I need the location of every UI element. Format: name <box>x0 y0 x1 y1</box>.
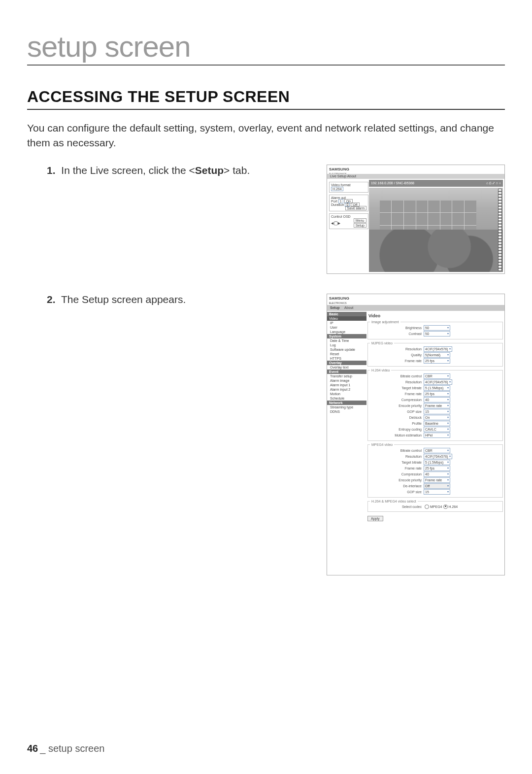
sidebar-header-event: Event <box>327 370 366 374</box>
h264-bitrate-control-select[interactable]: CBR <box>424 373 450 379</box>
mpeg4-target-bitrate-select[interactable]: 5 (1.5Mbps) <box>424 460 450 465</box>
sidebar-item-language[interactable]: Language <box>327 330 366 334</box>
mjpeg-framerate-select[interactable]: 25 fps <box>424 358 450 364</box>
h264-resolution-select[interactable]: 4CIF(704x576) <box>424 379 452 385</box>
setup-button[interactable]: Setup <box>354 223 366 228</box>
brand-logo: SAMSUNG ELECTRONICS <box>329 296 349 305</box>
h264-framerate-label: Frame rate <box>370 392 424 396</box>
video-scale-icon <box>498 189 502 271</box>
tab-about[interactable]: About <box>344 306 353 309</box>
duration-label: Duration <box>331 203 344 206</box>
sidebar-item-video[interactable]: Video <box>327 316 366 321</box>
step-2-body: The Setup screen appears. <box>61 294 186 305</box>
sidebar-item-datetime[interactable]: Date & Time <box>327 338 366 343</box>
footer-sep: _ <box>40 743 45 754</box>
codec-select-group: H.264 & MPEG4 video select Select codec … <box>367 500 503 512</box>
sidebar-item-schedule[interactable]: Schedule <box>327 396 366 401</box>
h264-encode-priority-select[interactable]: Frame rate <box>424 403 450 408</box>
mpeg4-framerate-select[interactable]: 25 fps <box>424 466 450 471</box>
titlebar-icons[interactable]: ⌂ ⎙ ⤢ ⟳ ⇧ <box>486 180 501 187</box>
tab-setup[interactable]: Setup <box>330 306 339 309</box>
live-screenshot: SAMSUNG ELECTRONICS Live Setup About Vid… <box>327 165 505 274</box>
h264-legend: H.264 video <box>370 369 391 372</box>
mpeg4-encode-priority-select[interactable]: Frame rate <box>424 477 450 483</box>
sidebar-item-alarm-input-1[interactable]: Alarm input 1 <box>327 383 366 387</box>
sidebar-item-software-update[interactable]: Software update <box>327 347 366 352</box>
h264-gop-label: GOP size <box>370 410 424 413</box>
sidebar-item-transfer-setup[interactable]: Transfer setup <box>327 374 366 378</box>
sidebar-item-motion[interactable]: Motion <box>327 392 366 396</box>
sidebar-item-alarm-input-2[interactable]: Alarm input 2 <box>327 387 366 392</box>
mpeg4-resolution-select[interactable]: 4CIF(704x576) <box>424 454 452 459</box>
page-footer: 46_ setup screen <box>27 743 104 754</box>
brightness-label: Brightness <box>370 326 424 330</box>
mpeg4-deinterlace-select[interactable]: Off <box>424 483 450 489</box>
codec-opt-h264: H.264 <box>449 505 458 508</box>
mpeg4-legend: MPEG4 video <box>370 443 394 446</box>
ptz-dpad-icon[interactable]: ◂▢▸ <box>331 220 340 226</box>
h264-compression-select[interactable]: 40 <box>424 397 450 403</box>
footer-label: setup screen <box>48 743 105 754</box>
h264-compression-label: Compression <box>370 398 424 402</box>
step-2-text: 2. The Setup screen appears. <box>27 294 317 305</box>
brightness-select[interactable]: 50 <box>424 325 450 331</box>
video-format-label: Video format <box>331 183 366 187</box>
sidebar-item-reset[interactable]: Reset <box>327 352 366 356</box>
h264-target-bitrate-select[interactable]: 5 (1.5Mbps) <box>424 385 450 391</box>
video-format-select[interactable]: H.264 <box>331 187 343 191</box>
control-osd-label: Control OSD <box>331 215 366 218</box>
h264-framerate-select[interactable]: 25 fps <box>424 391 450 397</box>
h264-bitrate-control-label: Bitrate control <box>370 374 424 378</box>
h264-motion-est-select[interactable]: HPel <box>424 433 450 438</box>
h264-deblock-select[interactable]: On <box>424 415 450 420</box>
h264-motion-est-label: Motion estimation <box>370 434 424 437</box>
mpeg4-bitrate-control-select[interactable]: CBR <box>424 448 450 453</box>
mpeg4-target-bitrate-label: Target bitrate <box>370 461 424 464</box>
mjpeg-framerate-label: Frame rate <box>370 359 424 363</box>
h264-group: H.264 video Bitrate controlCBR Resolutio… <box>367 369 503 441</box>
sidebar-item-https[interactable]: HTTPS <box>327 356 366 361</box>
panel-title: Video <box>367 312 503 320</box>
mpeg4-group: MPEG4 video Bitrate controlCBR Resolutio… <box>367 443 503 498</box>
mjpeg-group: MJPEG video Resolution4CIF(704x576) Qual… <box>367 341 503 367</box>
mpeg4-compression-select[interactable]: 40 <box>424 471 450 477</box>
step-1-pre: In the Live screen, click the < <box>61 165 195 176</box>
apply-button[interactable]: Apply <box>367 516 383 521</box>
sidebar-item-ip[interactable]: IP <box>327 321 366 325</box>
mpeg4-framerate-label: Frame rate <box>370 467 424 470</box>
image-adjustment-group: Image adjustment Brightness50 Contrast50 <box>367 320 503 339</box>
codec-opt-mpeg4: MPEG4 <box>430 505 442 508</box>
sidebar-item-streaming-type[interactable]: Streaming type <box>327 405 366 409</box>
h264-profile-select[interactable]: Baseline <box>424 421 450 426</box>
mjpeg-resolution-select[interactable]: 4CIF(704x576) <box>424 346 452 352</box>
codec-radio-mpeg4[interactable] <box>425 505 429 509</box>
live-video-view <box>369 188 503 272</box>
setup-screenshot: SAMSUNG ELECTRONICS Setup About Basic Vi… <box>327 294 505 575</box>
intro-paragraph: You can configure the default setting, s… <box>27 121 505 151</box>
h264-target-bitrate-label: Target bitrate <box>370 386 424 390</box>
mjpeg-quality-select[interactable]: 5(Normal) <box>424 352 450 358</box>
port-label: Port <box>331 200 337 203</box>
live-menubar: Live Setup About <box>327 174 504 179</box>
sidebar-item-overlay-text[interactable]: Overlay text <box>327 365 366 370</box>
live-titlebar: 192.168.0.200 / SNC-B5368 ⌂ ⎙ ⤢ ⟳ ⇧ <box>369 180 503 187</box>
step-1-post: > tab. <box>224 165 250 176</box>
sidebar-item-alarm-image[interactable]: Alarm image <box>327 378 366 383</box>
save-alarm-button[interactable]: Save alarm <box>345 206 366 210</box>
mpeg4-gop-label: GOP size <box>370 490 424 494</box>
h264-profile-label: Profile <box>370 422 424 425</box>
sidebar-item-log[interactable]: Log <box>327 343 366 347</box>
h264-gop-select[interactable]: 15 <box>424 409 450 414</box>
h264-deblock-label: Deblock <box>370 416 424 419</box>
contrast-label: Contrast <box>370 332 424 336</box>
codec-radio-h264[interactable] <box>443 505 448 509</box>
mpeg4-gop-select[interactable]: 15 <box>424 489 450 495</box>
menu-button[interactable]: Menu <box>354 218 366 223</box>
section-title: ACCESSING THE SETUP SCREEN <box>27 88 505 110</box>
mjpeg-legend: MJPEG video <box>370 341 394 345</box>
sidebar-item-ddns[interactable]: DDNS <box>327 409 366 414</box>
contrast-select[interactable]: 50 <box>424 331 450 337</box>
codec-select-label: Select codec <box>370 505 424 508</box>
h264-entropy-select[interactable]: CAVLC <box>424 427 450 432</box>
sidebar-item-user[interactable]: User <box>327 325 366 330</box>
